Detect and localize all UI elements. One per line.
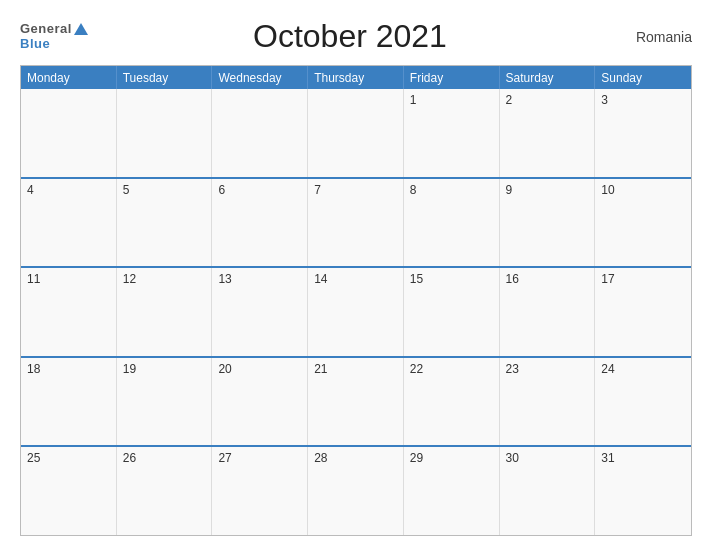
day-number: 4 xyxy=(27,183,34,197)
calendar-week-1: 123 xyxy=(21,89,691,177)
calendar-cell: 27 xyxy=(212,447,308,535)
logo-top-row: General xyxy=(20,22,88,35)
day-number: 25 xyxy=(27,451,40,465)
calendar-cell: 22 xyxy=(404,358,500,446)
calendar-cell: 6 xyxy=(212,179,308,267)
calendar-cell xyxy=(308,89,404,177)
day-number: 29 xyxy=(410,451,423,465)
logo: General Blue xyxy=(20,22,88,51)
calendar-title: October 2021 xyxy=(88,18,612,55)
day-number: 21 xyxy=(314,362,327,376)
calendar-cell: 16 xyxy=(500,268,596,356)
calendar-cell: 25 xyxy=(21,447,117,535)
calendar-cell: 9 xyxy=(500,179,596,267)
day-number: 10 xyxy=(601,183,614,197)
day-number: 2 xyxy=(506,93,513,107)
header-thursday: Thursday xyxy=(308,66,404,89)
calendar-cell: 20 xyxy=(212,358,308,446)
calendar-cell: 8 xyxy=(404,179,500,267)
calendar-cell: 11 xyxy=(21,268,117,356)
day-number: 15 xyxy=(410,272,423,286)
calendar: Monday Tuesday Wednesday Thursday Friday… xyxy=(20,65,692,536)
calendar-cell: 1 xyxy=(404,89,500,177)
day-number: 13 xyxy=(218,272,231,286)
day-number: 14 xyxy=(314,272,327,286)
calendar-body: 1234567891011121314151617181920212223242… xyxy=(21,89,691,535)
day-number: 8 xyxy=(410,183,417,197)
calendar-cell: 3 xyxy=(595,89,691,177)
calendar-cell: 17 xyxy=(595,268,691,356)
calendar-cell: 5 xyxy=(117,179,213,267)
header-tuesday: Tuesday xyxy=(117,66,213,89)
day-number: 3 xyxy=(601,93,608,107)
calendar-cell: 2 xyxy=(500,89,596,177)
day-number: 9 xyxy=(506,183,513,197)
day-number: 19 xyxy=(123,362,136,376)
day-number: 27 xyxy=(218,451,231,465)
calendar-cell: 13 xyxy=(212,268,308,356)
logo-bottom-row: Blue xyxy=(20,35,50,51)
day-number: 22 xyxy=(410,362,423,376)
logo-blue-text: Blue xyxy=(20,36,50,51)
day-number: 31 xyxy=(601,451,614,465)
calendar-cell: 28 xyxy=(308,447,404,535)
logo-triangle-icon xyxy=(74,23,88,35)
calendar-cell: 21 xyxy=(308,358,404,446)
day-number: 1 xyxy=(410,93,417,107)
day-number: 11 xyxy=(27,272,40,286)
day-number: 12 xyxy=(123,272,136,286)
header-wednesday: Wednesday xyxy=(212,66,308,89)
calendar-cell: 29 xyxy=(404,447,500,535)
calendar-week-3: 11121314151617 xyxy=(21,266,691,356)
day-number: 7 xyxy=(314,183,321,197)
day-number: 26 xyxy=(123,451,136,465)
calendar-cell: 12 xyxy=(117,268,213,356)
day-number: 5 xyxy=(123,183,130,197)
calendar-week-4: 18192021222324 xyxy=(21,356,691,446)
day-number: 28 xyxy=(314,451,327,465)
day-number: 16 xyxy=(506,272,519,286)
header: General Blue October 2021 Romania xyxy=(20,18,692,55)
calendar-cell: 30 xyxy=(500,447,596,535)
header-friday: Friday xyxy=(404,66,500,89)
calendar-cell xyxy=(21,89,117,177)
day-number: 24 xyxy=(601,362,614,376)
header-monday: Monday xyxy=(21,66,117,89)
calendar-cell: 18 xyxy=(21,358,117,446)
calendar-cell: 24 xyxy=(595,358,691,446)
calendar-cell: 14 xyxy=(308,268,404,356)
logo-general-text: General xyxy=(20,22,72,35)
calendar-cell: 10 xyxy=(595,179,691,267)
calendar-cell: 15 xyxy=(404,268,500,356)
calendar-cell: 26 xyxy=(117,447,213,535)
calendar-cell xyxy=(212,89,308,177)
day-number: 17 xyxy=(601,272,614,286)
day-number: 30 xyxy=(506,451,519,465)
page: General Blue October 2021 Romania Monday… xyxy=(0,0,712,550)
day-number: 23 xyxy=(506,362,519,376)
header-saturday: Saturday xyxy=(500,66,596,89)
day-number: 18 xyxy=(27,362,40,376)
country-label: Romania xyxy=(612,29,692,45)
calendar-cell: 23 xyxy=(500,358,596,446)
calendar-week-2: 45678910 xyxy=(21,177,691,267)
calendar-header: Monday Tuesday Wednesday Thursday Friday… xyxy=(21,66,691,89)
calendar-cell: 19 xyxy=(117,358,213,446)
header-sunday: Sunday xyxy=(595,66,691,89)
calendar-cell: 7 xyxy=(308,179,404,267)
day-number: 20 xyxy=(218,362,231,376)
calendar-cell: 31 xyxy=(595,447,691,535)
calendar-cell xyxy=(117,89,213,177)
day-number: 6 xyxy=(218,183,225,197)
calendar-cell: 4 xyxy=(21,179,117,267)
calendar-week-5: 25262728293031 xyxy=(21,445,691,535)
